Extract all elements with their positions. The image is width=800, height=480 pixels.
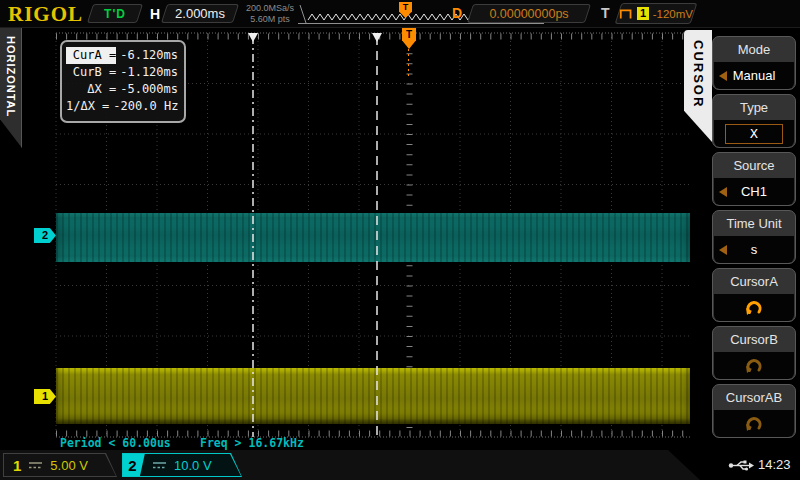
type-value: X (725, 124, 783, 144)
time-unit-label: Time Unit (713, 211, 795, 236)
memory-depth: 5.60M pts (240, 14, 300, 25)
time-unit-value: s (751, 242, 758, 257)
cursor-b-label: CurB = (66, 64, 116, 81)
delta-x-value: -5.000ms (116, 81, 178, 98)
trigger-level-value: -120mV (653, 8, 693, 20)
ch2-scale-value: 10.0 V (174, 458, 212, 473)
cursor-menu-panel: CURSOR Mode Manual Type X Source CH1 Tim… (690, 28, 800, 450)
timebase-value: 2.000ms (165, 5, 235, 22)
cursor-a-button[interactable]: CursorA (712, 268, 796, 322)
mode-value: Manual (733, 68, 776, 83)
mode-label: Mode (713, 37, 795, 62)
rigol-logo: RIGOL (8, 2, 83, 27)
cursor-b-button[interactable]: CursorB (712, 326, 796, 380)
trigger-status-text: T'D (91, 5, 139, 22)
cursor-a-label: CurA = (66, 47, 116, 64)
type-label: Type (713, 95, 795, 120)
cursor-a-button-label: CursorA (713, 269, 795, 294)
bottom-status-bar: 1 5.00 V 2 10.0 V (0, 450, 800, 480)
inverse-delta-x-value: -200.0 Hz (109, 98, 178, 115)
time-unit-button[interactable]: Time Unit s (712, 210, 796, 264)
trigger-status-badge: T'D (87, 4, 143, 23)
horizontal-side-tab[interactable]: HORIZONTAL (0, 28, 22, 148)
knob-icon (744, 415, 764, 432)
cursor-a-row: CurA = -6.120ms (66, 47, 178, 64)
clock: 14:23 (758, 457, 791, 472)
rising-edge-icon (619, 7, 633, 20)
trigger-info-box[interactable]: 1 -120mV (615, 3, 698, 24)
delay-box[interactable]: 0.00000000ps (467, 4, 591, 23)
trigger-position-trail (408, 49, 409, 79)
delay-label: D (452, 5, 462, 21)
left-arrow-icon (719, 71, 727, 81)
delta-x-row: ΔX = -5.000ms (66, 81, 178, 98)
usb-icon (728, 459, 754, 472)
sample-rate: 200.0MSa/s (240, 3, 300, 14)
cursor-b-button-label: CursorB (713, 327, 795, 352)
inverse-delta-x-row: 1/ΔX = -200.0 Hz (66, 98, 178, 115)
ch2-badge: 2 (123, 453, 145, 477)
left-arrow-icon (719, 245, 727, 255)
cursor-ab-button[interactable]: CursorAB (712, 384, 796, 438)
waveform-display: T 2 1 CurA = -6.120ms CurB = -1.120ms ΔX… (22, 28, 690, 450)
inverse-delta-x-label: 1/ΔX = (66, 98, 109, 115)
cursor-a-value: -6.120ms (116, 47, 178, 64)
trigger-label: T (601, 5, 610, 21)
ch1-status-block[interactable]: 1 5.00 V (3, 453, 117, 477)
source-value: CH1 (741, 184, 767, 199)
knob-icon (744, 299, 764, 316)
cursor-ab-button-label: CursorAB (713, 385, 795, 410)
cursor-b-value: -1.120ms (116, 64, 178, 81)
mode-button[interactable]: Mode Manual (712, 36, 796, 90)
dc-coupling-icon (152, 460, 167, 470)
source-button[interactable]: Source CH1 (712, 152, 796, 206)
freq-measurement: Freq > 16.67kHz (200, 436, 304, 450)
left-arrow-icon (719, 187, 727, 197)
top-status-bar: RIGOL T'D H 2.000ms 200.0MSa/s 5.60M pts… (0, 0, 800, 28)
horizontal-side-tab-label: HORIZONTAL (5, 36, 17, 148)
acquisition-info: 200.0MSa/s 5.60M pts (240, 3, 300, 25)
source-label: Source (713, 153, 795, 178)
horizontal-label: H (150, 6, 160, 22)
ch1-badge: 1 (13, 457, 21, 474)
period-measurement: Period < 60.00us (60, 436, 171, 450)
type-button[interactable]: Type X (712, 94, 796, 148)
cursor-readout-box: CurA = -6.120ms CurB = -1.120ms ΔX = -5.… (60, 40, 186, 123)
timebase-box[interactable]: 2.000ms (161, 4, 239, 23)
ch2-status-block[interactable]: 2 10.0 V (122, 453, 242, 477)
delta-x-label: ΔX = (66, 81, 116, 98)
ch1-scale-value: 5.00 V (50, 458, 88, 473)
trigger-channel-badge: 1 (637, 7, 649, 20)
cursor-menu-tab-label: CURSOR (691, 40, 706, 142)
oscilloscope-screen: RIGOL T'D H 2.000ms 200.0MSa/s 5.60M pts… (0, 0, 800, 480)
dc-coupling-icon (28, 460, 43, 470)
cursor-b-row: CurB = -1.120ms (66, 64, 178, 81)
knob-icon (744, 357, 764, 374)
delay-value: 0.00000000ps (471, 5, 587, 22)
